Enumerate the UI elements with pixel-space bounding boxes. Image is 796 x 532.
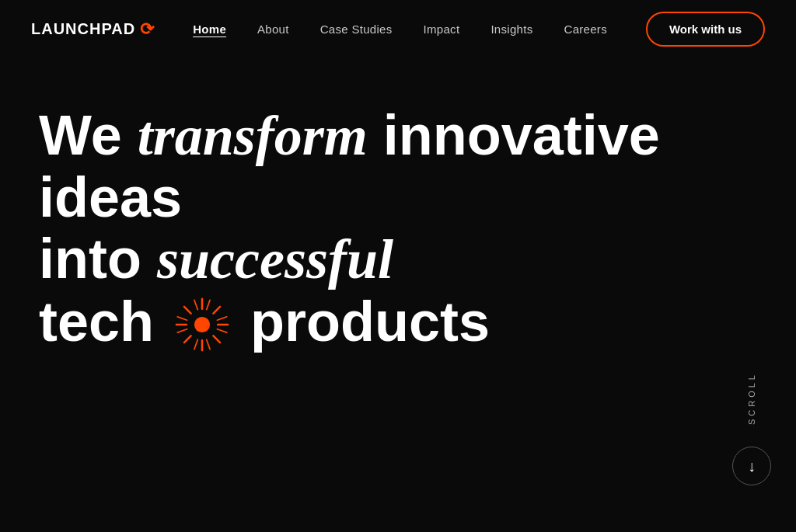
starburst-icon <box>174 297 230 353</box>
nav-link-careers[interactable]: Careers <box>564 23 607 36</box>
svg-line-13 <box>217 329 226 332</box>
nav-item-impact[interactable]: Impact <box>424 23 460 37</box>
nav-link-home[interactable]: Home <box>193 23 226 36</box>
hero-transform-word: transform <box>138 105 368 167</box>
nav-item-case-studies[interactable]: Case Studies <box>320 23 393 37</box>
logo[interactable]: LAUNCHPAD ⟳ <box>31 19 154 40</box>
svg-line-4 <box>184 307 191 314</box>
svg-line-11 <box>194 339 197 349</box>
svg-line-5 <box>213 336 220 342</box>
hero-section: We transform innovative ideas into succe… <box>0 58 796 354</box>
hero-line1: We transform innovative ideas <box>39 104 660 228</box>
svg-line-8 <box>194 300 197 309</box>
nav-item-about[interactable]: About <box>257 23 289 37</box>
brand-icon: ⟳ <box>140 19 154 40</box>
scroll-arrow-circle[interactable]: ↓ <box>732 447 771 485</box>
navbar: LAUNCHPAD ⟳ Home About Case Studies Impa… <box>0 0 796 58</box>
svg-line-10 <box>207 300 210 309</box>
nav-item-insights[interactable]: Insights <box>491 23 532 37</box>
nav-item-careers[interactable]: Careers <box>564 23 607 37</box>
svg-point-16 <box>194 316 210 332</box>
nav-link-case-studies[interactable]: Case Studies <box>320 23 393 36</box>
scroll-arrow-icon: ↓ <box>748 457 756 475</box>
hero-successful-word: successful <box>157 228 393 290</box>
svg-line-15 <box>217 316 226 319</box>
scroll-label-wrapper: SCROLL <box>747 372 756 425</box>
scroll-indicator: SCROLL ↓ <box>732 372 771 485</box>
nav-links: Home About Case Studies Impact Insights … <box>193 23 607 37</box>
nav-link-about[interactable]: About <box>257 23 289 36</box>
nav-link-insights[interactable]: Insights <box>491 23 532 36</box>
brand-name: LAUNCHPAD <box>31 20 135 38</box>
svg-line-6 <box>213 307 220 314</box>
hero-headline: We transform innovative ideas into succe… <box>39 105 757 354</box>
scroll-label: SCROLL <box>747 372 756 425</box>
cta-button[interactable]: Work with us <box>646 12 765 47</box>
hero-line2-start: into <box>39 228 157 290</box>
nav-item-home[interactable]: Home <box>193 23 226 37</box>
hero-line3-end: products <box>235 290 490 353</box>
svg-line-7 <box>184 336 191 342</box>
svg-line-9 <box>207 339 210 349</box>
hero-line3-start: tech <box>39 290 169 353</box>
svg-line-14 <box>177 329 187 332</box>
hero-line3: tech <box>39 290 490 353</box>
hero-line1-start: We <box>39 104 138 166</box>
hero-line2: into successful <box>39 228 393 290</box>
nav-link-impact[interactable]: Impact <box>424 23 460 36</box>
svg-line-12 <box>177 316 187 319</box>
